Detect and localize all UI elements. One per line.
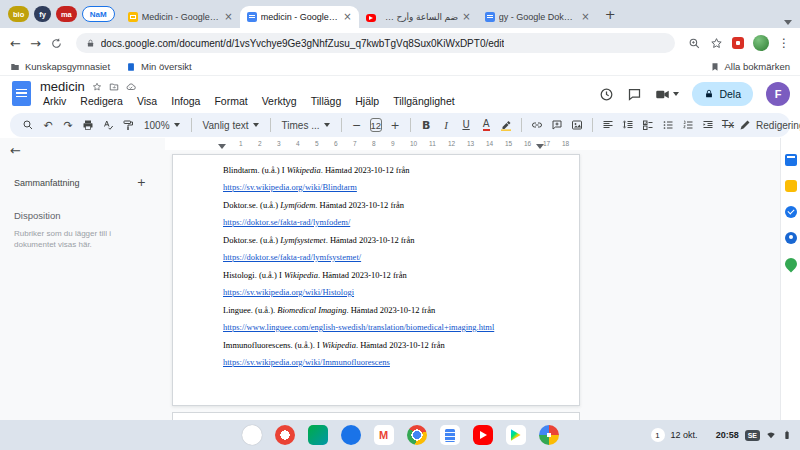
reference-link[interactable]: https://sv.wikipedia.org/wiki/Blindtarm	[223, 182, 357, 193]
tab-medicin-google-dokum[interactable]: medicin - Google Dokumen...×	[240, 6, 359, 28]
save-status-cloud-icon[interactable]	[126, 82, 136, 92]
reference-text[interactable]: Doktor.se. (u.å.) Lymfödem. Hämtad 2023-…	[223, 200, 545, 211]
reference-link[interactable]: https://doktor.se/fakta-rad/lymfsystemet…	[223, 252, 361, 263]
clearformat-button[interactable]: Tx	[719, 116, 737, 134]
browser-menu-button[interactable]: ⋮	[778, 37, 790, 49]
add-summary-button[interactable]: +	[137, 176, 146, 189]
zoom-select[interactable]: 100%	[139, 120, 185, 131]
document-title[interactable]: medicin	[40, 79, 85, 94]
address-bar[interactable]: docs.google.com/document/d/1vsYvchye9Ge3…	[76, 33, 675, 53]
keep-icon[interactable]	[785, 180, 797, 192]
print-button[interactable]	[79, 116, 97, 134]
version-history-icon[interactable]	[599, 87, 614, 102]
search-button[interactable]	[19, 116, 37, 134]
reload-button[interactable]	[50, 37, 63, 50]
meet-call-button[interactable]	[655, 87, 679, 102]
camera-app-icon[interactable]	[275, 425, 295, 445]
style-select[interactable]: Vanlig text	[198, 120, 264, 131]
docs-logo-icon[interactable]	[12, 81, 31, 106]
outline-back-button[interactable]: ←	[10, 144, 21, 157]
photos-app-icon[interactable]	[539, 425, 559, 445]
tab-gy-google-dokument[interactable]: gy - Google Dokument×	[478, 6, 597, 28]
share-button[interactable]: Dela	[692, 82, 753, 106]
calendar-icon[interactable]	[785, 154, 797, 166]
italic-button[interactable]: I	[437, 116, 455, 134]
notification-badge[interactable]: 1	[651, 428, 665, 442]
bookmark-min-oversikt[interactable]: Min översikt	[126, 61, 192, 72]
link-button[interactable]	[528, 116, 546, 134]
tab-close-icon[interactable]: ×	[343, 12, 351, 22]
minus-button[interactable]: −	[348, 116, 366, 134]
reference-text[interactable]: Doktor.se. (u.å.) Lymfsystemet. Hämtad 2…	[223, 235, 545, 246]
forward-button[interactable]: →	[30, 37, 41, 50]
bullets-button[interactable]	[659, 116, 677, 134]
spacing-button[interactable]	[619, 116, 637, 134]
textcolor-button[interactable]: A	[477, 116, 495, 134]
meet-app-icon[interactable]	[308, 425, 328, 445]
reference-text[interactable]: Linguee. (u.å.). Biomedical Imaging. Häm…	[223, 305, 545, 316]
font-select[interactable]: Times ...	[277, 120, 335, 131]
menu-tillganglighet[interactable]: Tillgänglighet	[386, 94, 461, 108]
messages-app-icon[interactable]	[341, 425, 361, 445]
account-avatar[interactable]: F	[766, 82, 790, 106]
indent-button[interactable]	[699, 116, 717, 134]
comment-add-button[interactable]	[548, 116, 566, 134]
checklist-button[interactable]	[639, 116, 657, 134]
tab-group-bio[interactable]: bio	[8, 6, 29, 22]
menu-visa[interactable]: Visa	[130, 94, 164, 108]
spellcheck-button[interactable]	[99, 116, 117, 134]
undo-button[interactable]: ↶	[39, 116, 57, 134]
tab-group-fy[interactable]: fy	[34, 6, 51, 22]
paint-button[interactable]	[119, 116, 137, 134]
new-tab-button[interactable]: +	[605, 7, 616, 22]
image-button[interactable]	[568, 116, 586, 134]
back-button[interactable]: ←	[10, 37, 21, 50]
menu-tillagg[interactable]: Tillägg	[304, 94, 349, 108]
comments-icon[interactable]	[627, 87, 642, 102]
move-folder-icon[interactable]	[109, 82, 119, 92]
align-button[interactable]	[599, 116, 617, 134]
all-bookmarks-button[interactable]: Alla bokmärken	[710, 61, 790, 72]
highlight-button[interactable]	[497, 116, 515, 134]
star-document-icon[interactable]	[92, 82, 102, 92]
next-page-top[interactable]	[172, 412, 580, 420]
menu-redigera[interactable]: Redigera	[73, 94, 130, 108]
tab-group-ma[interactable]: ma	[56, 6, 77, 22]
reference-text[interactable]: Histologi. (u.å.) I Wikipedia. Hämtad 20…	[223, 270, 545, 281]
youtube-app-icon[interactable]	[473, 425, 493, 445]
bookmark-star-icon[interactable]	[710, 37, 723, 50]
tasks-icon[interactable]	[785, 206, 797, 218]
plus-button[interactable]: +	[386, 116, 404, 134]
bold-button[interactable]: B	[417, 116, 435, 134]
underline-button[interactable]: U	[457, 116, 475, 134]
document-page[interactable]: Blindtarm. (u.å.) I Wikipedia. Hämtad 20…	[172, 154, 580, 406]
page-zoom-icon[interactable]	[688, 37, 701, 50]
editing-mode-selector[interactable]: Redigering	[739, 119, 800, 131]
tab-close-icon[interactable]: ×	[581, 12, 589, 22]
menu-infoga[interactable]: Infoga	[164, 94, 207, 108]
tab-close-icon[interactable]: ×	[224, 12, 232, 22]
font-size-value[interactable]: 12	[370, 118, 383, 132]
reference-link[interactable]: https://www.linguee.com/english-swedish/…	[223, 322, 494, 333]
menu-hjalp[interactable]: Hjälp	[348, 94, 386, 108]
launcher-app-icon[interactable]	[242, 425, 262, 445]
indent-marker-left[interactable]	[218, 144, 226, 149]
extension-icon[interactable]	[732, 37, 744, 49]
menu-arkiv[interactable]: Arkiv	[36, 94, 73, 108]
menu-format[interactable]: Format	[207, 94, 254, 108]
numbered-button[interactable]	[679, 116, 697, 134]
status-tray[interactable]: 1 12 okt. 20:58 SE	[651, 420, 792, 450]
reference-text[interactable]: Immunofluorescens. (u.å.). I Wikipedia. …	[223, 340, 545, 351]
tab-close-icon[interactable]: ×	[462, 12, 470, 22]
tab-medicin-google-prese[interactable]: Medicin - Google Presenta...×	[121, 6, 240, 28]
maps-icon[interactable]	[782, 256, 799, 273]
menu-verktyg[interactable]: Verktyg	[255, 94, 304, 108]
contacts-icon[interactable]	[785, 232, 797, 244]
reference-link[interactable]: https://sv.wikipedia.org/wiki/Immunofluo…	[223, 357, 390, 368]
play-store-app-icon[interactable]	[506, 425, 526, 445]
tab-search-button[interactable]	[784, 11, 792, 29]
docs-app-icon[interactable]	[440, 425, 460, 445]
tab-group-nam[interactable]: NaM	[82, 6, 115, 22]
tab-item[interactable]: ضم الساعة وأرح سمعك×	[359, 6, 478, 28]
gmail-app-icon[interactable]	[374, 425, 394, 445]
